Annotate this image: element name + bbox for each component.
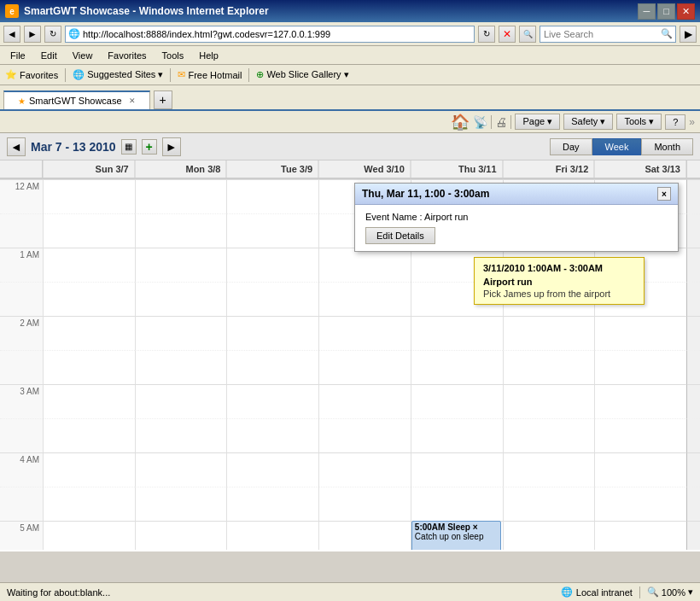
grid-cell-half[interactable] [411, 418, 503, 452]
grid-cell-half[interactable] [226, 487, 318, 521]
main-tab[interactable]: ★ SmartGWT Showcase ✕ [3, 90, 150, 109]
grid-cell[interactable] [43, 384, 135, 418]
search-nav-button[interactable]: 🔍 [519, 26, 536, 43]
grid-cell[interactable] [594, 384, 686, 418]
grid-cell-half[interactable] [135, 418, 227, 452]
grid-cell[interactable] [318, 521, 411, 550]
grid-cell[interactable] [594, 521, 686, 550]
help-button[interactable]: ? [665, 114, 685, 130]
grid-cell-half[interactable] [135, 487, 227, 521]
grid-cell[interactable] [318, 452, 411, 487]
grid-cell-half[interactable] [318, 282, 411, 316]
grid-cell-half[interactable] [43, 282, 135, 316]
grid-cell-half[interactable] [43, 213, 135, 248]
cal-next-button[interactable]: ► [162, 137, 181, 156]
menu-help[interactable]: Help [192, 49, 225, 62]
menu-file[interactable]: File [3, 49, 32, 62]
grid-cell-half[interactable] [135, 350, 227, 384]
grid-cell[interactable] [503, 521, 595, 550]
menu-view[interactable]: View [66, 49, 100, 62]
grid-cell[interactable] [594, 452, 686, 487]
grid-cell[interactable] [135, 452, 227, 487]
grid-cell[interactable] [503, 316, 595, 350]
grid-cell[interactable] [411, 316, 503, 350]
grid-cell-half[interactable] [318, 487, 411, 521]
home-button[interactable]: 🏠 [451, 113, 470, 131]
suggested-sites-link[interactable]: 🌐 Suggested Sites ▾ [73, 69, 163, 80]
grid-cell[interactable] [226, 248, 318, 282]
print-button[interactable]: 🖨 [495, 115, 507, 129]
grid-cell[interactable] [226, 179, 318, 213]
grid-cell-half[interactable] [226, 213, 318, 248]
grid-cell[interactable] [43, 316, 135, 350]
grid-cell[interactable] [318, 248, 411, 282]
grid-cell[interactable] [411, 384, 503, 418]
grid-cell-half[interactable] [411, 350, 503, 384]
back-button[interactable]: ◄ [3, 26, 20, 43]
address-input[interactable] [65, 26, 475, 43]
search-go-button[interactable]: ▶ [680, 26, 697, 43]
grid-cell-half[interactable] [503, 487, 595, 521]
menu-edit[interactable]: Edit [34, 49, 64, 62]
maximize-button[interactable]: □ [657, 3, 675, 20]
popup-close-button[interactable]: × [657, 187, 671, 201]
cal-week-view-button[interactable]: Week [592, 138, 642, 155]
grid-cell-half[interactable] [43, 418, 135, 452]
hotmail-link[interactable]: ✉ Free Hotmail [178, 69, 242, 80]
grid-cell[interactable] [503, 384, 595, 418]
grid-cell[interactable] [411, 452, 503, 487]
grid-cell[interactable] [135, 179, 227, 213]
cal-date-picker-button[interactable]: ▦ [121, 139, 137, 155]
grid-cell-half[interactable] [226, 350, 318, 384]
grid-cell[interactable] [226, 452, 318, 487]
close-button[interactable]: ✕ [677, 3, 695, 20]
forward-button[interactable]: ► [24, 26, 41, 43]
grid-cell-half[interactable] [594, 487, 686, 521]
search-input[interactable] [540, 26, 676, 43]
toolbar-expand-icon[interactable]: » [689, 116, 695, 128]
grid-cell-half[interactable] [43, 350, 135, 384]
grid-cell[interactable] [43, 179, 135, 213]
menu-favorites[interactable]: Favorites [101, 49, 153, 62]
grid-cell[interactable] [503, 452, 595, 487]
grid-cell[interactable] [226, 316, 318, 350]
grid-cell-half[interactable] [318, 350, 411, 384]
grid-cell-half[interactable] [226, 418, 318, 452]
calendar-event-5:00am-sleep-×[interactable]: 5:00AM Sleep ×Catch up on sleep [411, 521, 501, 550]
reload-button[interactable]: ↻ [44, 26, 61, 43]
grid-cell-half[interactable] [503, 418, 595, 452]
grid-cell[interactable] [43, 521, 135, 550]
grid-cell[interactable] [135, 316, 227, 350]
grid-cell[interactable] [318, 316, 411, 350]
new-tab-button[interactable]: + [154, 90, 172, 109]
refresh-button[interactable]: ↻ [478, 26, 495, 43]
grid-cell-half[interactable] [594, 418, 686, 452]
page-button[interactable]: Page ▾ [515, 114, 560, 130]
grid-cell-half[interactable] [594, 350, 686, 384]
tab-close-icon[interactable]: ✕ [129, 96, 136, 105]
grid-cell-half[interactable] [135, 282, 227, 316]
web-slice-link[interactable]: ⊕ Web Slice Gallery ▾ [256, 69, 348, 80]
grid-cell[interactable] [43, 248, 135, 282]
grid-cell-half[interactable] [411, 487, 503, 521]
grid-cell[interactable] [226, 384, 318, 418]
grid-cell[interactable] [226, 521, 318, 550]
grid-cell-half[interactable] [226, 282, 318, 316]
grid-cell[interactable] [135, 521, 227, 550]
cal-prev-button[interactable]: ◄ [7, 137, 26, 156]
title-bar-controls[interactable]: ─ □ ✕ [638, 3, 695, 20]
grid-cell-half[interactable] [503, 350, 595, 384]
edit-details-button[interactable]: Edit Details [365, 227, 435, 244]
grid-cell-half[interactable] [318, 418, 411, 452]
stop-button[interactable]: ✕ [499, 26, 516, 43]
grid-cell[interactable] [135, 384, 227, 418]
grid-cell[interactable] [135, 248, 227, 282]
grid-cell-half[interactable] [43, 487, 135, 521]
safety-button[interactable]: Safety ▾ [563, 114, 613, 130]
grid-cell[interactable] [318, 384, 411, 418]
rss-button[interactable]: 📡 [473, 115, 487, 129]
minimize-button[interactable]: ─ [638, 3, 656, 20]
grid-cell-half[interactable] [135, 213, 227, 248]
cal-month-view-button[interactable]: Month [641, 138, 693, 155]
cal-add-event-button[interactable]: + [142, 139, 157, 155]
